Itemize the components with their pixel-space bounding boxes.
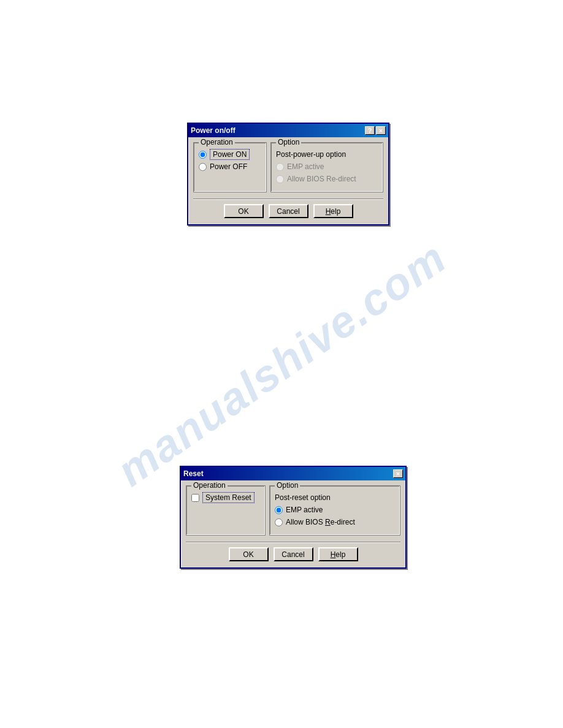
reset-post-reset-label: Post-reset option xyxy=(275,493,395,502)
reset-bios-r-underline: R xyxy=(325,518,331,526)
power-button-row: OK Cancel Help xyxy=(193,202,383,219)
power-dialog-close-btn[interactable]: × xyxy=(376,126,386,135)
power-emp-radio[interactable] xyxy=(276,163,284,171)
power-emp-label: EMP active xyxy=(287,162,324,171)
power-cancel-button[interactable]: Cancel xyxy=(269,204,308,218)
power-on-radio[interactable] xyxy=(199,151,207,159)
reset-ok-button[interactable]: OK xyxy=(229,547,269,561)
power-bios-radio[interactable] xyxy=(276,175,284,183)
reset-help-underline-h: H xyxy=(331,550,336,559)
power-dialog-title-buttons: ? × xyxy=(365,126,386,135)
reset-cancel-button[interactable]: Cancel xyxy=(274,547,313,561)
reset-help-button[interactable]: Help xyxy=(318,547,358,561)
reset-system-reset-checkbox[interactable] xyxy=(191,494,199,502)
power-dialog-content: Operation Power ON Power OFF Option Post… xyxy=(193,142,383,192)
power-bios-label: Allow BIOS Re-direct xyxy=(287,175,356,183)
reset-bios-radio[interactable] xyxy=(275,518,283,526)
power-bios-row: Allow BIOS Re-direct xyxy=(276,175,378,183)
power-emp-row: EMP active xyxy=(276,162,378,171)
power-off-radio[interactable] xyxy=(199,163,207,171)
power-ok-button[interactable]: OK xyxy=(224,204,264,218)
power-post-power-label: Post-power-up option xyxy=(276,150,378,159)
power-operation-label: Operation xyxy=(199,138,235,146)
watermark-text: manualshive.com xyxy=(108,232,456,496)
power-dialog-title: Power on/off xyxy=(191,126,236,135)
reset-bios-row: Allow BIOS Re-direct xyxy=(275,518,395,526)
reset-button-row: OK Cancel Help xyxy=(186,545,400,563)
reset-bios-label: Allow BIOS Re-direct xyxy=(286,518,355,526)
power-operation-group: Operation Power ON Power OFF xyxy=(193,142,267,192)
reset-option-label: Option xyxy=(275,481,300,490)
reset-emp-row: EMP active xyxy=(275,506,395,514)
power-on-row: Power ON xyxy=(199,150,261,159)
reset-operation-label: Operation xyxy=(191,481,228,490)
reset-dialog-title-buttons: × xyxy=(393,469,403,478)
reset-emp-radio[interactable] xyxy=(275,506,283,514)
power-option-group: Option Post-power-up option EMP active A… xyxy=(270,142,383,192)
power-off-row: Power OFF xyxy=(199,162,261,171)
reset-system-reset-row: System Reset xyxy=(191,493,260,502)
reset-separator xyxy=(186,542,400,542)
reset-dialog-body: Operation System Reset Option Post-reset… xyxy=(181,480,405,567)
power-on-label: Power ON xyxy=(210,150,250,159)
power-option-label: Option xyxy=(276,138,301,146)
watermark: manualshive.com xyxy=(0,0,563,728)
power-off-label: Power OFF xyxy=(210,162,247,171)
reset-dialog: Reset × Operation System Reset Option Po… xyxy=(180,466,407,569)
reset-system-reset-label: System Reset xyxy=(202,493,255,502)
reset-dialog-titlebar: Reset × xyxy=(181,467,405,480)
reset-dialog-content: Operation System Reset Option Post-reset… xyxy=(186,485,400,536)
power-help-button[interactable]: Help xyxy=(313,204,353,218)
power-onoff-dialog: Power on/off ? × Operation Power ON Powe… xyxy=(187,123,389,226)
power-dialog-titlebar: Power on/off ? × xyxy=(188,124,388,137)
reset-operation-group: Operation System Reset xyxy=(186,485,266,536)
reset-system-reset-label-text: System Reset xyxy=(202,492,255,503)
power-separator xyxy=(193,199,383,199)
reset-option-group: Option Post-reset option EMP active Allo… xyxy=(269,485,400,536)
reset-dialog-close-btn[interactable]: × xyxy=(393,469,403,478)
power-dialog-body: Operation Power ON Power OFF Option Post… xyxy=(188,137,388,224)
reset-dialog-title: Reset xyxy=(183,469,204,478)
power-on-label-text: Power ON xyxy=(210,149,250,160)
reset-emp-label: EMP active xyxy=(286,506,323,514)
power-help-underline-h: H xyxy=(326,207,331,216)
power-dialog-help-btn[interactable]: ? xyxy=(365,126,375,135)
